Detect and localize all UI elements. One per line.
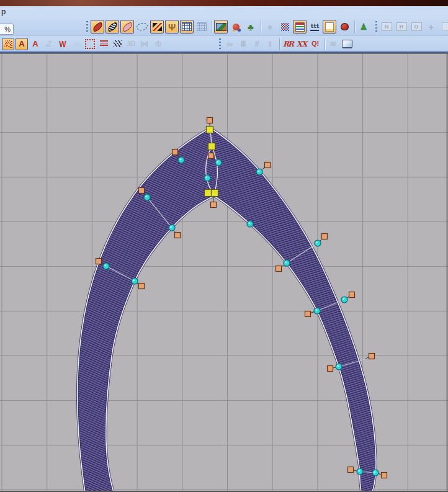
pattern-fill-tool-icon[interactable] <box>105 20 119 34</box>
curve-control-node[interactable] <box>204 175 210 181</box>
outline-shape-tool-icon[interactable] <box>120 20 134 34</box>
reshape-tool-icon[interactable] <box>150 20 164 34</box>
curve-control-node[interactable] <box>132 278 138 284</box>
grid-tool-icon[interactable] <box>180 20 194 34</box>
center-move-icon[interactable]: + <box>424 20 438 34</box>
background-picture-icon[interactable] <box>214 20 228 34</box>
curve-control-node[interactable] <box>315 240 321 246</box>
curve-control-node[interactable] <box>256 169 262 175</box>
zigzag-stitch-icon[interactable]: W <box>56 38 69 50</box>
grid-edit-tool-icon[interactable] <box>195 20 208 34</box>
loop-stitch-icon[interactable]: XX <box>295 38 308 50</box>
canvas-background[interactable] <box>0 54 448 492</box>
grid-edit-tool-icon <box>197 22 207 31</box>
object-color-list-icon[interactable] <box>293 20 307 34</box>
loop-stitch-icon: XX <box>297 40 307 48</box>
toolbar-separator <box>325 38 325 50</box>
offset-handle-node[interactable] <box>348 467 354 473</box>
frame-ellipse-icon[interactable]: O <box>410 20 423 34</box>
anchor-node[interactable] <box>208 143 215 150</box>
offset-handle-node[interactable] <box>322 234 328 239</box>
texture-hatch-icon[interactable] <box>111 38 123 50</box>
offset-handle-node[interactable] <box>139 188 145 194</box>
menu-item-fragment[interactable]: p <box>1 7 6 16</box>
curve-control-node[interactable] <box>144 194 150 200</box>
three-d-effect-icon: 3D <box>127 40 135 47</box>
stitch-rays-icon[interactable] <box>2 38 14 50</box>
shapes-tool-icon[interactable] <box>229 20 243 34</box>
offset-handle-node[interactable] <box>172 150 178 155</box>
stitch-angle-tool-icon: Ψ <box>168 22 176 32</box>
offset-handle-node[interactable] <box>211 202 217 208</box>
offset-handle-node[interactable] <box>305 311 311 317</box>
anchor-node[interactable] <box>212 190 218 197</box>
design-properties-icon[interactable] <box>323 20 336 34</box>
clipart-tree-icon[interactable]: ♣ <box>244 20 258 34</box>
curve-control-node[interactable] <box>103 263 109 269</box>
skew-effect-icon[interactable]: Z <box>43 38 55 50</box>
anchor-node[interactable] <box>205 190 212 197</box>
bug-thread-icon[interactable] <box>338 20 351 34</box>
mirror-rings-icon: ∞ <box>226 40 233 48</box>
curve-control-node[interactable] <box>336 364 342 370</box>
mirror-columns-icon[interactable]: Ⅲ <box>237 38 249 50</box>
offset-handle-node[interactable] <box>265 163 271 168</box>
ring-pairs-icon[interactable]: ∞ <box>264 38 277 50</box>
offset-handle-node[interactable] <box>139 284 145 289</box>
offset-handle-node[interactable] <box>276 266 282 272</box>
plant-tool-icon[interactable]: ♠ <box>263 20 277 34</box>
curve-control-node[interactable] <box>169 225 175 231</box>
frame-n-icon: N <box>382 22 392 31</box>
toolbar-separator <box>354 20 355 33</box>
offset-handle-node[interactable] <box>328 366 333 372</box>
curves-effect-icon[interactable]: ≋ <box>327 38 339 50</box>
offset-handle-node[interactable] <box>382 473 387 478</box>
motif-fill-icon[interactable] <box>84 38 96 50</box>
blank-frame-icon[interactable] <box>439 20 448 34</box>
mirror-rings-icon[interactable]: ∞ <box>223 38 236 50</box>
toolbar-separator <box>279 38 280 50</box>
node-highlight <box>133 279 135 281</box>
stitch-density-icon[interactable]: ttt <box>308 20 321 34</box>
stitch-mark-icon[interactable]: Q! <box>309 38 321 50</box>
wave-effect-icon[interactable]: ⋈ <box>138 38 151 50</box>
curve-control-node[interactable] <box>284 260 290 266</box>
lettering-icon[interactable]: A <box>29 38 42 50</box>
node-highlight <box>205 176 207 178</box>
curve-control-node[interactable] <box>247 221 253 227</box>
curve-control-node[interactable] <box>372 470 379 476</box>
three-d-effect-icon[interactable]: 3D <box>125 38 137 50</box>
offset-handle-node[interactable] <box>207 118 213 123</box>
curve-control-node[interactable] <box>341 297 347 303</box>
shapes-tool-icon <box>233 24 240 30</box>
basket-weave-icon[interactable]: ♔ <box>152 38 164 50</box>
monogram-icon[interactable]: RR <box>282 38 294 50</box>
frame-h-icon[interactable]: H <box>395 20 408 34</box>
freehand-select-icon[interactable] <box>135 20 149 34</box>
curve-control-node[interactable] <box>215 159 222 166</box>
design-canvas[interactable] <box>0 54 448 492</box>
pattern-fill-tool-icon <box>106 22 119 32</box>
fill-shape-tool-icon[interactable] <box>91 20 104 34</box>
plant-tool-icon: ♠ <box>267 22 272 31</box>
background-picture-icon <box>216 23 226 31</box>
auto-split-icon[interactable]: A <box>16 38 28 50</box>
frame-n-icon[interactable]: N <box>380 20 393 34</box>
offset-handle-node[interactable] <box>369 354 375 359</box>
offset-handle-node[interactable] <box>96 259 102 264</box>
operator-icon[interactable]: ♟ <box>357 20 370 34</box>
curve-control-node[interactable] <box>357 468 363 475</box>
offset-handle-node[interactable] <box>175 233 181 238</box>
curve-control-node[interactable] <box>314 308 320 314</box>
toolbar-stitch-effects: AAZW∩∩3D⋈♔∞Ⅲ#∞RRXXQ!≋ <box>0 36 448 53</box>
stitch-angle-tool-icon[interactable]: Ψ <box>165 20 179 34</box>
contour-lines-icon[interactable] <box>97 38 110 50</box>
offset-handle-node[interactable] <box>208 153 214 159</box>
dot-grid-icon[interactable] <box>278 20 292 34</box>
piping-effect-icon[interactable]: ∩∩ <box>70 38 83 50</box>
curve-control-node[interactable] <box>178 157 184 163</box>
weave-grid-icon[interactable]: # <box>251 38 263 50</box>
offset-handle-node[interactable] <box>349 292 355 298</box>
display-monitor-icon[interactable] <box>341 38 353 50</box>
anchor-node[interactable] <box>207 127 213 133</box>
